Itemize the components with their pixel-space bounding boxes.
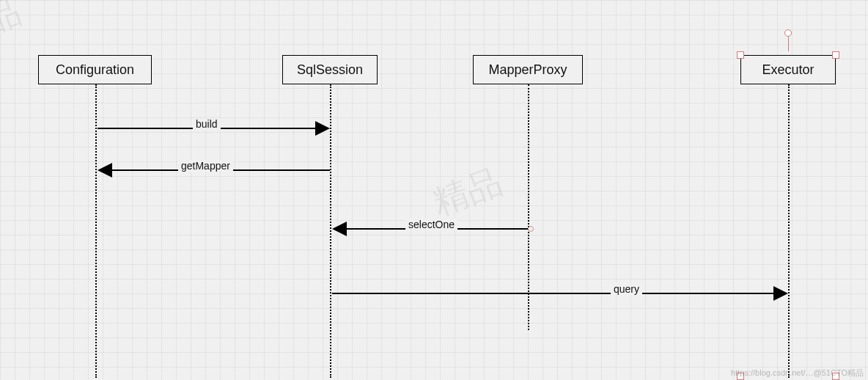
message-build[interactable]: build <box>98 121 330 136</box>
selection-handle-rotate[interactable] <box>784 29 792 37</box>
lifeline-sqlsession <box>330 84 331 378</box>
message-label: selectOne <box>405 219 457 230</box>
participant-sqlsession[interactable]: SqlSession <box>282 55 378 84</box>
selection-rotate-stem <box>788 37 789 51</box>
message-label: getMapper <box>178 160 233 172</box>
participant-label: Executor <box>762 62 814 78</box>
participant-configuration[interactable]: Configuration <box>38 55 152 84</box>
message-label: query <box>611 283 642 295</box>
participant-label: MapperProxy <box>488 62 567 78</box>
participant-label: SqlSession <box>297 62 363 78</box>
message-label: build <box>193 118 221 130</box>
message-selectone[interactable]: selectOne <box>332 222 528 236</box>
selection-handle-tr[interactable] <box>832 51 839 59</box>
participant-label: Configuration <box>56 62 134 78</box>
endpoint-marker <box>528 226 534 232</box>
selection-handle-tl[interactable] <box>737 51 744 59</box>
footer-watermark: https://blog.csdn.net/…@51CTO精品 <box>731 368 864 379</box>
participant-executor[interactable]: Executor <box>740 55 836 84</box>
lifeline-configuration <box>95 84 97 378</box>
diagram-stage: Configuration SqlSession MapperProxy Exe… <box>0 0 868 380</box>
message-query[interactable]: query <box>332 286 788 301</box>
participant-mapperproxy[interactable]: MapperProxy <box>473 55 583 84</box>
lifeline-executor <box>788 84 790 378</box>
message-getmapper[interactable]: getMapper <box>98 163 330 178</box>
